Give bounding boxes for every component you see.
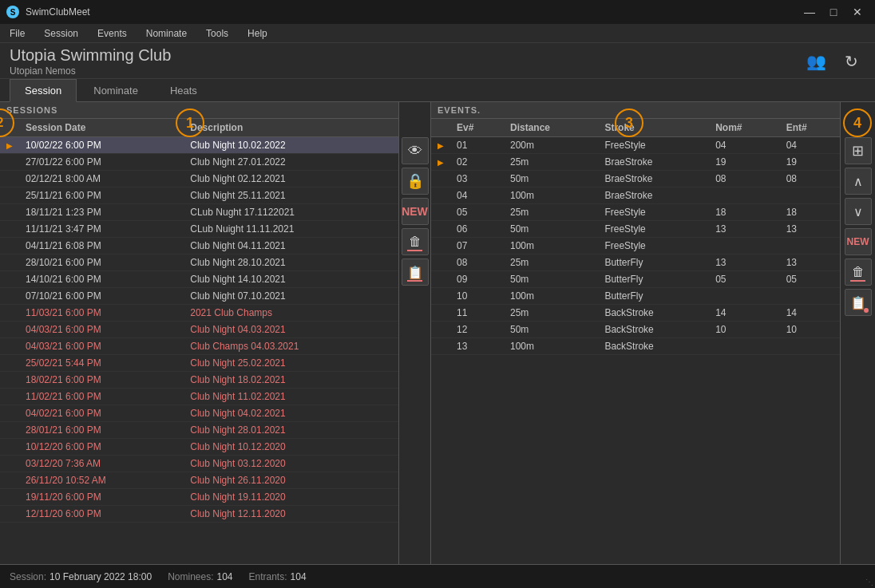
session-row[interactable]: ▶10/02/22 6:00 PMClub Night 10.02.2022 bbox=[0, 137, 398, 154]
event-row[interactable]: ▶01200mFreeStyle0404 bbox=[431, 137, 840, 154]
ev-ent: 13 bbox=[780, 221, 840, 238]
event-row[interactable]: 1125mBackStroke1414 bbox=[431, 305, 840, 322]
ev-row-arrow: ▶ bbox=[431, 154, 450, 171]
session-row[interactable]: 18/02/21 6:00 PMClub Night 18.02.2021 bbox=[0, 372, 398, 389]
events-right-toolbar: ⊞ ∧ ∨ NEW 🗑 📋 bbox=[840, 102, 875, 588]
menu-nominate[interactable]: Nominate bbox=[143, 26, 190, 41]
new-button[interactable]: NEW bbox=[402, 198, 429, 225]
menu-file[interactable]: File bbox=[6, 26, 28, 41]
event-row[interactable]: 13100mBackStroke bbox=[431, 338, 840, 355]
session-row[interactable]: 12/11/20 6:00 PMClub Night 12.11.2020 bbox=[0, 506, 398, 523]
event-row[interactable]: 1250mBackStroke1010 bbox=[431, 322, 840, 338]
ev-nom: 19 bbox=[709, 154, 779, 171]
session-date: 11/11/21 3:47 PM bbox=[19, 221, 184, 238]
session-row[interactable]: 11/03/21 6:00 PM2021 Club Champs bbox=[0, 305, 398, 322]
menu-tools[interactable]: Tools bbox=[203, 26, 232, 41]
tab-heats[interactable]: Heats bbox=[155, 79, 212, 101]
session-description: Club Night 26.11.2020 bbox=[184, 472, 398, 489]
session-row[interactable]: 11/02/21 6:00 PMClub Night 11.02.2021 bbox=[0, 389, 398, 405]
resize-handle[interactable]: ⋱ bbox=[865, 578, 873, 586]
ev-row-arrow bbox=[431, 221, 450, 238]
ev-distance: 100m bbox=[504, 187, 598, 204]
session-description: Club Night 28.01.2021 bbox=[184, 422, 398, 439]
session-row[interactable]: 04/11/21 6:08 PMClub Night 04.11.2021 bbox=[0, 238, 398, 255]
menu-session[interactable]: Session bbox=[41, 26, 81, 41]
delete-event-button[interactable]: 🗑 bbox=[845, 258, 872, 286]
ev-ev: 04 bbox=[450, 187, 504, 204]
delete-button[interactable]: 🗑 bbox=[402, 228, 429, 255]
copy-button[interactable]: 📋 bbox=[402, 258, 429, 286]
status-session-value: 10 February 2022 18:00 bbox=[49, 571, 152, 582]
session-date: 11/02/21 6:00 PM bbox=[19, 389, 184, 405]
events-table-container[interactable]: Ev# Distance Stroke Nom# Ent# ▶01200mFre… bbox=[431, 119, 840, 588]
session-row[interactable]: 25/11/21 6:00 PMClub Night 25.11.2021 bbox=[0, 187, 398, 204]
ev-row-arrow bbox=[431, 255, 450, 271]
session-date: 04/02/21 6:00 PM bbox=[19, 405, 184, 422]
session-row[interactable]: 10/12/20 6:00 PMClub Night 10.12.2020 bbox=[0, 439, 398, 456]
event-row[interactable]: 0350mBraeStroke0808 bbox=[431, 171, 840, 187]
session-row[interactable]: 02/12/21 8:00 AMClub Night 02.12.2021 bbox=[0, 171, 398, 187]
event-row[interactable]: 0950mButterFly0505 bbox=[431, 271, 840, 288]
row-arrow bbox=[0, 255, 19, 271]
sessions-table-container[interactable]: Session Date Description ▶10/02/22 6:00 … bbox=[0, 119, 398, 588]
event-row[interactable]: ▶0225mBraeStroke1919 bbox=[431, 154, 840, 171]
maximize-button[interactable]: □ bbox=[822, 3, 845, 21]
row-arrow bbox=[0, 372, 19, 389]
ev-distance: 25m bbox=[504, 255, 598, 271]
down-button[interactable]: ∨ bbox=[845, 198, 872, 225]
session-row[interactable]: 28/01/21 6:00 PMClub Night 28.01.2021 bbox=[0, 422, 398, 439]
ev-nom: 14 bbox=[709, 305, 779, 322]
ev-distance: 25m bbox=[504, 154, 598, 171]
up-button[interactable]: ∧ bbox=[845, 168, 872, 195]
ev-nom: 08 bbox=[709, 171, 779, 187]
close-button[interactable]: ✕ bbox=[846, 3, 869, 21]
event-row[interactable]: 0650mFreeStyle1313 bbox=[431, 221, 840, 238]
users-icon-button[interactable]: 👥 bbox=[802, 47, 830, 76]
event-row[interactable]: 10100mButterFly bbox=[431, 288, 840, 305]
ev-stroke: FreeStyle bbox=[598, 137, 709, 154]
session-row[interactable]: 04/02/21 6:00 PMClub Night 04.02.2021 bbox=[0, 405, 398, 422]
row-arrow bbox=[0, 506, 19, 523]
ev-row-arrow bbox=[431, 322, 450, 338]
ev-ent bbox=[780, 187, 840, 204]
event-row[interactable]: 0525mFreeStyle1818 bbox=[431, 204, 840, 221]
tab-session[interactable]: Session bbox=[10, 79, 77, 102]
copy-event-button[interactable]: 📋 bbox=[845, 289, 872, 316]
event-row[interactable]: 0825mButterFly1313 bbox=[431, 255, 840, 271]
session-row[interactable]: 03/12/20 7:36 AMClub Night 03.12.2020 bbox=[0, 456, 398, 472]
app-title: SwimClubMeet bbox=[26, 6, 90, 18]
session-row[interactable]: 25/02/21 5:44 PMClub Night 25.02.2021 bbox=[0, 355, 398, 372]
session-date: 04/03/21 6:00 PM bbox=[19, 322, 184, 338]
minimize-button[interactable]: — bbox=[798, 3, 821, 21]
lock-button[interactable]: 🔒 bbox=[402, 168, 429, 195]
session-description: Club Night 25.11.2021 bbox=[184, 187, 398, 204]
menu-events[interactable]: Events bbox=[94, 26, 130, 41]
row-arrow bbox=[0, 154, 19, 171]
session-row[interactable]: 28/10/21 6:00 PMClub Night 28.10.2021 bbox=[0, 255, 398, 271]
session-row[interactable]: 14/10/21 6:00 PMClub Night 14.10.2021 bbox=[0, 271, 398, 288]
ev-ev: 05 bbox=[450, 204, 504, 221]
session-description: Club Night 12.11.2020 bbox=[184, 506, 398, 523]
session-row[interactable]: 04/03/21 6:00 PMClub Night 04.03.2021 bbox=[0, 322, 398, 338]
ev-row-arrow bbox=[431, 187, 450, 204]
grid-button[interactable]: ⊞ bbox=[845, 137, 872, 164]
ev-row-arrow bbox=[431, 204, 450, 221]
view-button[interactable]: 👁 bbox=[402, 137, 429, 164]
session-row[interactable]: 11/11/21 3:47 PMCLub Nuight 11.11.2021 bbox=[0, 221, 398, 238]
event-row[interactable]: 07100mFreeStyle bbox=[431, 238, 840, 255]
ev-distance: 100m bbox=[504, 338, 598, 355]
session-row[interactable]: 27/01/22 6:00 PMClub Night 27.01.2022 bbox=[0, 154, 398, 171]
session-row[interactable]: 18/11/21 1:23 PMCLub Nught 17.1122021 bbox=[0, 204, 398, 221]
session-row[interactable]: 04/03/21 6:00 PMClub Champs 04.03.2021 bbox=[0, 338, 398, 355]
session-date: 28/01/21 6:00 PM bbox=[19, 422, 184, 439]
session-row[interactable]: 19/11/20 6:00 PMClub Night 19.11.2020 bbox=[0, 489, 398, 506]
new-event-button[interactable]: NEW bbox=[845, 228, 872, 255]
window-controls: — □ ✕ bbox=[798, 3, 869, 21]
session-row[interactable]: 07/10/21 6:00 PMClub Night 07.10.2021 bbox=[0, 288, 398, 305]
session-row[interactable]: 26/11/20 10:52 AMClub Night 26.11.2020 bbox=[0, 472, 398, 489]
menu-help[interactable]: Help bbox=[244, 26, 271, 41]
tabs-bar: Session Nominate Heats bbox=[0, 79, 875, 102]
tab-nominate[interactable]: Nominate bbox=[78, 79, 153, 101]
refresh-icon-button[interactable]: ↻ bbox=[837, 47, 865, 76]
event-row[interactable]: 04100mBraeStroke bbox=[431, 187, 840, 204]
